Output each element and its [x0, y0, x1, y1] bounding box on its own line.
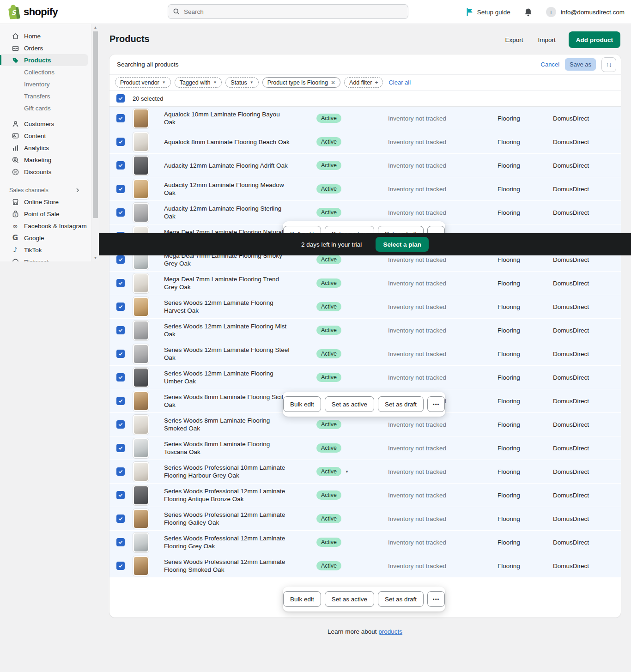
table-row[interactable]: Series Woods Professional 12mm Laminate … [109, 484, 621, 507]
sidebar-item-facebook-instagram[interactable]: ∞ Facebook & Instagram [0, 220, 91, 232]
sidebar-item-orders[interactable]: Orders [0, 42, 91, 54]
row-checkbox[interactable] [116, 114, 125, 122]
import-button[interactable]: Import [532, 33, 561, 47]
product-name-link[interactable]: Series Woods Professional 12mm Laminate … [164, 558, 291, 574]
sales-channels-header[interactable]: Sales channels [0, 185, 91, 196]
table-row[interactable]: Series Woods Professional 12mm Laminate … [109, 531, 621, 554]
filter-pill-product-vendor[interactable]: Product vendor ▼ [115, 77, 171, 88]
row-checkbox[interactable] [116, 326, 125, 334]
table-row[interactable]: Series Woods Professional 10mm Laminate … [109, 460, 621, 484]
product-name-link[interactable]: Audacity 12mm Laminate Flooring Sterling… [164, 205, 291, 220]
sidebar-item-inventory[interactable]: Inventory [0, 78, 91, 90]
table-row[interactable]: Series Woods 8mm Laminate Flooring Tosca… [109, 436, 621, 460]
row-checkbox[interactable] [116, 138, 125, 146]
sidebar-item-products[interactable]: Products [0, 54, 88, 66]
row-checkbox[interactable] [116, 397, 125, 405]
row-checkbox[interactable] [116, 208, 125, 217]
set-as-active-button[interactable]: Set as active [325, 591, 374, 607]
product-name-link[interactable]: Series Woods 12mm Laminate Flooring Harv… [164, 299, 291, 315]
row-checkbox[interactable] [116, 444, 125, 452]
sidebar-item-google[interactable]: G Google [0, 232, 91, 244]
sidebar-item-home[interactable]: Home [0, 30, 91, 42]
row-checkbox[interactable] [116, 161, 125, 170]
table-row[interactable]: Mega Deal 7mm Laminate Flooring Trend Gr… [109, 272, 621, 295]
add-product-button[interactable]: Add product [569, 31, 620, 48]
table-row[interactable]: Series Woods 12mm Laminate Flooring Harv… [109, 295, 621, 319]
scroll-up-icon[interactable]: ▲ [91, 25, 99, 30]
product-name-link[interactable]: Series Woods Professional 10mm Laminate … [164, 464, 291, 479]
global-search[interactable] [168, 4, 408, 19]
bulk-edit-button[interactable]: Bulk edit [283, 396, 321, 412]
set-as-draft-button[interactable]: Set as draft [378, 396, 424, 412]
product-name-link[interactable]: Series Woods 8mm Laminate Flooring Smoke… [164, 417, 291, 432]
row-checkbox[interactable] [116, 373, 125, 381]
product-name-link[interactable]: Mega Deal 7mm Laminate Flooring Trend Gr… [164, 275, 291, 291]
footer-products-link[interactable]: products [378, 628, 402, 635]
product-name-link[interactable]: Series Woods Professional 12mm Laminate … [164, 487, 291, 503]
table-row[interactable]: Series Woods 12mm Laminate Flooring Stee… [109, 342, 621, 366]
filter-pill-tagged-with[interactable]: Tagged with ▼ [175, 77, 222, 88]
row-checkbox[interactable] [116, 420, 125, 429]
add-filter-button[interactable]: Add filter + [344, 77, 383, 88]
sidebar-item-gift-cards[interactable]: Gift cards [0, 102, 91, 114]
filter-pill-product-type[interactable]: Product type is Flooring ✕ [262, 77, 340, 88]
product-name-link[interactable]: Audacity 12mm Laminate Flooring Adrift O… [164, 162, 291, 170]
table-row[interactable]: Aqualock 10mm Laminate Flooring Bayou Oa… [109, 107, 621, 130]
sort-button[interactable]: ↑↓ [601, 57, 616, 72]
filter-pill-status[interactable]: Status ▼ [225, 77, 258, 88]
product-name-link[interactable]: Aqualock 8mm Laminate Flooring Beach Oak [164, 138, 291, 146]
sidebar-item-customers[interactable]: Customers [0, 118, 91, 130]
sidebar-item-collections[interactable]: Collections [0, 66, 91, 78]
save-as-button[interactable]: Save as [565, 58, 596, 71]
cancel-button[interactable]: Cancel [541, 61, 559, 68]
search-input[interactable] [184, 8, 403, 15]
row-checkbox[interactable] [116, 350, 125, 358]
sidebar-scrollbar[interactable]: ▲ ▼ [91, 24, 99, 261]
table-row[interactable]: Series Woods 12mm Laminate Flooring Umbe… [109, 366, 621, 389]
shopify-logo[interactable]: S shopify [7, 4, 58, 19]
export-button[interactable]: Export [499, 33, 528, 47]
row-checkbox[interactable] [116, 562, 125, 570]
notifications-bell-icon[interactable] [524, 8, 532, 17]
sidebar-item-pinterest[interactable]: Pinterest [0, 256, 91, 261]
table-row[interactable]: Series Woods Professional 12mm Laminate … [109, 507, 621, 531]
product-name-link[interactable]: Series Woods Professional 12mm Laminate … [164, 534, 291, 550]
clear-all-button[interactable]: Clear all [388, 79, 411, 86]
scroll-down-icon[interactable]: ▼ [91, 256, 99, 260]
product-name-link[interactable]: Series Woods 8mm Laminate Flooring Sicil… [164, 393, 291, 409]
row-checkbox[interactable] [116, 255, 125, 264]
table-row[interactable]: Audacity 12mm Laminate Flooring Meadow O… [109, 177, 621, 201]
row-checkbox[interactable] [116, 491, 125, 499]
setup-guide-button[interactable]: Setup guide [466, 8, 510, 16]
product-name-link[interactable]: Series Woods 12mm Laminate Flooring Stee… [164, 346, 291, 362]
product-name-link[interactable]: Series Woods 12mm Laminate Flooring Umbe… [164, 369, 291, 385]
more-actions-button[interactable]: ••• [427, 396, 445, 412]
sidebar-item-online-store[interactable]: Online Store [0, 196, 91, 208]
more-actions-button[interactable]: ••• [427, 591, 445, 607]
set-as-draft-button[interactable]: Set as draft [378, 591, 424, 607]
table-row[interactable]: Audacity 12mm Laminate Flooring Adrift O… [109, 154, 621, 177]
sidebar-item-marketing[interactable]: Marketing [0, 154, 91, 166]
close-icon[interactable]: ✕ [331, 80, 335, 85]
sidebar-item-transfers[interactable]: Transfers [0, 90, 91, 102]
table-row[interactable]: Series Woods 12mm Laminate Flooring Mist… [109, 319, 621, 342]
table-row[interactable]: Aqualock 8mm Laminate Flooring Beach Oak… [109, 130, 621, 154]
sidebar-item-discounts[interactable]: Discounts [0, 166, 91, 178]
row-checkbox[interactable] [116, 515, 125, 523]
select-all-checkbox[interactable] [116, 94, 125, 103]
sidebar-item-analytics[interactable]: Analytics [0, 142, 91, 154]
sidebar-item-point-of-sale[interactable]: $ Point of Sale [0, 208, 91, 220]
row-checkbox[interactable] [116, 303, 125, 311]
scrollbar-thumb[interactable] [93, 31, 98, 218]
account-menu[interactable]: i info@domusdirect.com [546, 7, 625, 17]
set-as-active-button[interactable]: Set as active [325, 396, 374, 412]
row-checkbox[interactable] [116, 538, 125, 546]
product-name-link[interactable]: Aqualock 10mm Laminate Flooring Bayou Oa… [164, 110, 291, 126]
row-checkbox[interactable] [116, 279, 125, 287]
product-name-link[interactable]: Series Woods Professional 12mm Laminate … [164, 511, 291, 527]
status-caret-icon[interactable]: ▼ [345, 470, 349, 474]
select-a-plan-button[interactable]: Select a plan [376, 237, 429, 252]
product-name-link[interactable]: Series Woods 12mm Laminate Flooring Mist… [164, 322, 291, 338]
row-checkbox[interactable] [116, 467, 125, 476]
product-name-link[interactable]: Series Woods 8mm Laminate Flooring Tosca… [164, 440, 291, 456]
